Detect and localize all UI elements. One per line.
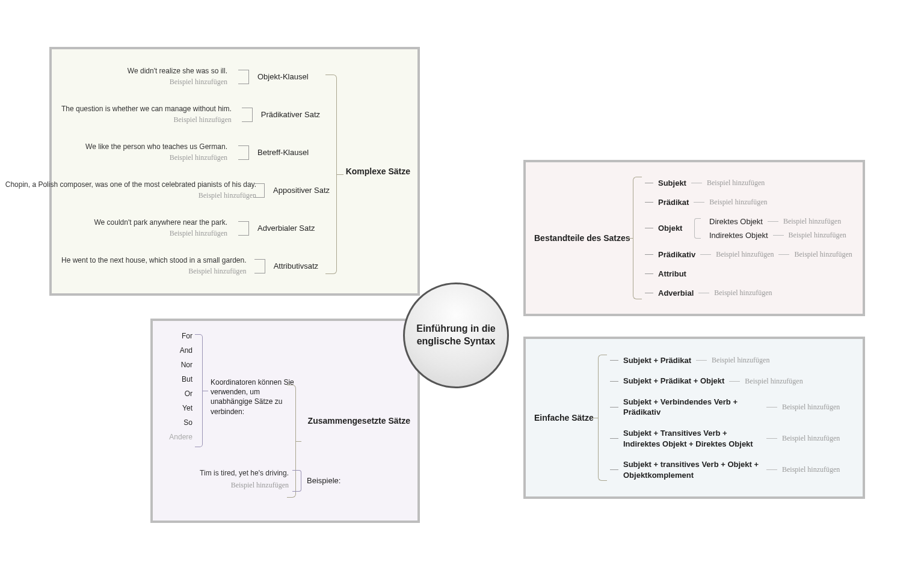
add-example-link[interactable]: Beispiel hinzufügen (714, 289, 772, 298)
member-row[interactable]: Adverbial Beispiel hinzufügen (645, 289, 853, 298)
example-text: Tim is tired, yet he's driving. (200, 469, 289, 477)
connector (236, 141, 249, 165)
add-example-link[interactable]: Beispiel hinzufügen (782, 465, 840, 474)
coordinator[interactable]: Yet (162, 404, 192, 412)
member-sub-name: Direktes Objekt (709, 217, 763, 226)
panel-complex-sentences[interactable]: Komplexe Sätze We didn't realize she was… (49, 47, 420, 296)
clause-name: Appositiver Satz (273, 186, 330, 195)
members-rows: Subjekt Beispiel hinzufügen Prädikat Bei… (645, 173, 853, 303)
panel-title-members: Bestandteile des Satzes (534, 233, 630, 243)
member-sub-name: Indirektes Objekt (709, 231, 768, 240)
pattern-row[interactable]: Subjekt + Prädikat + Objekt Beispiel hin… (610, 376, 853, 386)
coordinator[interactable]: Or (162, 389, 192, 398)
example-text: He went to the next house, which stood i… (61, 256, 247, 264)
example-text: We like the person who teaches us German… (85, 142, 227, 151)
add-example-link[interactable]: Beispiel hinzufügen (794, 250, 852, 259)
panel-title-compound: Zusammengesetzte Sätze (308, 416, 410, 426)
add-example-link[interactable]: Beispiel hinzufügen (783, 217, 841, 226)
pattern-row[interactable]: Subjekt + Prädikat Beispiel hinzufügen (610, 355, 853, 366)
complex-item[interactable]: We didn't realize she was so ill. Beispi… (61, 61, 330, 93)
pattern-name: Subjekt + Verbindendes Verb + Prädikativ (623, 397, 762, 418)
center-title: Einführung in die englische Syntax (413, 323, 499, 348)
panel-title-complex: Komplexe Sätze (346, 166, 410, 176)
pattern-row[interactable]: Subjekt + transitives Verb + Objekt + Ob… (610, 459, 853, 480)
connector (240, 103, 253, 127)
clause-name: Prädikativer Satz (261, 110, 330, 119)
complex-item[interactable]: The question is whether we can manage wi… (61, 99, 330, 130)
member-row[interactable]: Prädikativ Beispiel hinzufügen Beispiel … (645, 250, 853, 259)
clause-name: Attributivsatz (274, 261, 330, 270)
pattern-name: Subjekt + Prädikat + Objekt (623, 376, 724, 386)
complex-item[interactable]: We like the person who teaches us German… (61, 137, 330, 168)
add-example-link[interactable]: Beispiel hinzufügen (712, 356, 769, 365)
coordinator[interactable]: And (162, 346, 192, 355)
example-text: We didn't realize she was so ill. (128, 67, 227, 75)
coordinators-block: For And Nor But Or Yet So Andere Koordin… (162, 332, 289, 452)
coordinator[interactable]: So (162, 418, 192, 427)
coordinator[interactable]: For (162, 332, 192, 340)
member-subrow[interactable]: Direktes Objekt Beispiel hinzufügen (709, 217, 846, 226)
connector (292, 470, 301, 492)
add-example-link[interactable]: Beispiel hinzufügen (745, 377, 802, 386)
mindmap-canvas: Einführung in die englische Syntax Kompl… (0, 0, 924, 571)
member-name: Objekt (658, 224, 689, 233)
add-example-link[interactable]: Beispiel hinzufügen (709, 198, 767, 207)
clause-name: Adverbialer Satz (257, 224, 330, 233)
member-name: Prädikat (658, 198, 689, 207)
coordinator[interactable]: Nor (162, 361, 192, 369)
add-example-link[interactable]: Beispiel hinzufügen (782, 403, 840, 412)
complex-item[interactable]: Chopin, a Polish composer, was one of th… (61, 175, 330, 206)
member-row[interactable]: Subjekt Beispiel hinzufügen (645, 179, 853, 188)
pattern-name: Subjekt + Prädikat (623, 355, 691, 366)
coordinator[interactable]: But (162, 375, 192, 383)
connector (236, 65, 249, 89)
brace (633, 177, 642, 299)
member-name: Adverbial (658, 289, 694, 298)
add-example-link[interactable]: Beispiel hinzufügen (716, 250, 774, 259)
complex-item[interactable]: We couldn't park anywhere near the park.… (61, 213, 330, 244)
examples-label: Beispiele: (307, 476, 340, 485)
panel-title-simple: Einfache Sätze (534, 413, 594, 423)
pattern-name: Subjekt + Transitives Verb + Indirektes … (623, 428, 762, 449)
add-example-link[interactable]: Beispiel hinzufügen (174, 115, 232, 124)
add-example-link[interactable]: Beispiel hinzufügen (188, 267, 246, 276)
connector (255, 254, 265, 278)
clause-name: Objekt-Klausel (257, 72, 330, 81)
simple-rows: Subjekt + Prädikat Beispiel hinzufügen S… (610, 350, 853, 486)
panel-simple-sentences[interactable]: Einfache Sätze Subjekt + Prädikat Beispi… (523, 337, 865, 499)
add-example-link[interactable]: Beispiel hinzufügen (170, 153, 227, 162)
add-example-link[interactable]: Beispiel hinzufügen (170, 229, 227, 238)
connector (236, 216, 249, 240)
add-example-link[interactable]: Beispiel hinzufügen (199, 191, 256, 200)
pattern-name: Subjekt + transitives Verb + Objekt + Ob… (623, 459, 762, 480)
panel-sentence-members[interactable]: Bestandteile des Satzes Subjekt Beispiel… (523, 160, 865, 316)
member-name: Subjekt (658, 179, 686, 188)
member-row[interactable]: Attribut (645, 269, 853, 278)
add-example-link[interactable]: Beispiel hinzufügen (707, 179, 765, 188)
member-subrow[interactable]: Indirektes Objekt Beispiel hinzufügen (709, 231, 846, 240)
add-example-link[interactable]: Beispiel hinzufügen (170, 78, 227, 87)
example-text: Chopin, a Polish composer, was one of th… (5, 180, 256, 189)
member-name: Prädikativ (658, 250, 695, 259)
connector (195, 334, 203, 447)
coordinator-other[interactable]: Andere (162, 433, 192, 441)
example-text: We couldn't park anywhere near the park. (94, 218, 227, 227)
clause-name: Betreff-Klausel (257, 148, 330, 157)
example-text: The question is whether we can manage wi… (61, 105, 232, 113)
complex-item[interactable]: He went to the next house, which stood i… (61, 251, 330, 282)
brace (598, 355, 607, 481)
member-row-object[interactable]: Objekt Direktes Objekt Beispiel hinzufüg… (645, 217, 853, 240)
panel-compound-sentences[interactable]: Zusammengesetzte Sätze For And Nor But O… (150, 319, 420, 523)
complex-items: We didn't realize she was so ill. Beispi… (61, 58, 330, 285)
center-node[interactable]: Einführung in die englische Syntax (403, 282, 509, 388)
member-name: Attribut (658, 269, 686, 278)
pattern-row[interactable]: Subjekt + Transitives Verb + Indirektes … (610, 428, 853, 449)
pattern-row[interactable]: Subjekt + Verbindendes Verb + Prädikativ… (610, 397, 853, 418)
add-example-link[interactable]: Beispiel hinzufügen (782, 434, 840, 443)
add-example-link[interactable]: Beispiel hinzufügen (231, 481, 289, 490)
coordinators-label: Koordinatoren können Sie verwenden, um u… (211, 377, 295, 417)
member-row[interactable]: Prädikat Beispiel hinzufügen (645, 198, 853, 207)
compound-examples-block: Tim is tired, yet he's driving. Beispiel… (162, 460, 289, 508)
add-example-link[interactable]: Beispiel hinzufügen (789, 231, 846, 240)
coordinator-list: For And Nor But Or Yet So Andere (162, 332, 192, 441)
